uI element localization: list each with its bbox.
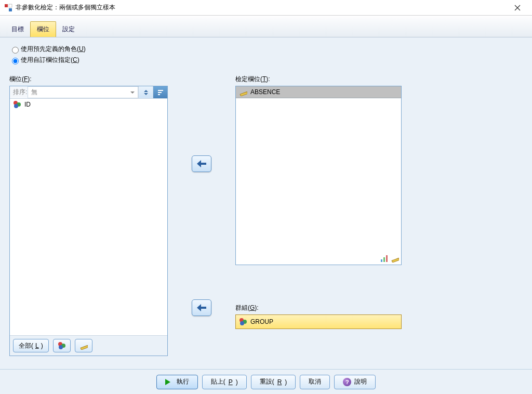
radio-custom-input[interactable] [12,58,19,64]
radio-predefined-input[interactable] [12,47,19,54]
scale-icon [391,254,399,262]
dialog-body: 使用預先定義的角色(U) 使用自訂欄位指定(C) 欄位(F): 排序: 無 [0,37,532,369]
group-field-box[interactable]: GROUP [235,314,402,329]
sort-order-button[interactable] [138,86,153,98]
list-item[interactable]: ID [10,99,167,110]
ruler-icon [79,342,88,350]
radio-predefined-roles[interactable]: 使用預先定義的角色(U) [9,45,523,54]
svg-point-24 [240,321,244,325]
svg-rect-7 [158,94,160,95]
scale-icon [239,88,247,96]
test-field-item[interactable]: ABSENCE [236,86,401,98]
svg-rect-1 [9,8,12,11]
arrow-left-icon [197,304,206,311]
sort-up-icon [144,88,148,92]
list-item-label: ID [24,101,31,108]
tab-strip: 目標 欄位 設定 [0,16,532,37]
help-icon: ? [343,378,351,386]
test-fields-listbox[interactable]: ABSENCE [235,86,402,265]
nominal-icon [58,342,66,350]
reset-button[interactable]: 重設(R) [251,375,296,389]
move-to-group-button[interactable] [192,299,211,316]
svg-rect-19 [383,257,385,262]
run-button[interactable]: 執行 [156,375,198,389]
cancel-button[interactable]: 取消 [300,375,330,389]
svg-point-10 [14,104,18,108]
sort-label: 排序: [10,86,28,98]
group-field-label: 群組(G): [235,304,523,312]
tab-goal[interactable]: 目標 [5,21,30,37]
tab-fields[interactable]: 欄位 [30,21,56,37]
ordinal-icon [380,254,389,262]
fields-label: 欄位(F): [9,75,168,84]
app-icon [4,4,12,12]
arrow-left-icon [197,160,206,167]
play-icon [165,379,174,385]
radio-custom-fields[interactable]: 使用自訂欄位指定(C) [9,56,523,64]
paste-button[interactable]: 貼上(P) [202,375,247,389]
svg-marker-16 [197,304,206,311]
svg-marker-15 [197,160,206,167]
svg-point-13 [59,345,63,349]
sort-select[interactable]: 無 [28,86,138,98]
filter-icon [156,88,165,97]
test-fields-label: 檢定欄位(T): [235,75,523,84]
svg-rect-21 [392,258,399,262]
nominal-filter-button[interactable] [53,339,71,352]
svg-rect-5 [158,90,163,91]
svg-rect-20 [386,255,388,262]
sort-row: 排序: 無 [10,86,167,99]
dialog-button-bar: 執行 貼上(P) 重設(R) 取消 ? 說明 [0,369,532,394]
tab-settings[interactable]: 設定 [56,21,81,37]
sort-filter-button[interactable] [153,86,167,98]
titlebar: 非參數化檢定：兩個或多個獨立樣本 [0,0,532,16]
allowed-types-hint [380,254,399,262]
svg-rect-14 [81,345,88,350]
svg-rect-0 [5,4,8,7]
svg-rect-2 [9,4,12,7]
group-field-value: GROUP [250,318,273,325]
test-field-label: ABSENCE [250,88,280,96]
close-button[interactable] [507,0,528,15]
move-to-test-button[interactable] [192,155,211,172]
nominal-icon [239,318,247,326]
fields-list[interactable]: ID [10,99,167,335]
svg-rect-17 [240,91,247,96]
select-all-button[interactable]: 全部(L) [13,339,49,352]
help-button[interactable]: ? 說明 [334,375,376,389]
fields-listbox: 排序: 無 [9,86,168,356]
scale-filter-button[interactable] [75,339,92,352]
close-icon [514,5,521,11]
fields-toolbar: 全部(L) [10,335,167,356]
nominal-icon [13,100,21,109]
svg-rect-18 [381,259,382,262]
svg-rect-6 [158,92,162,93]
sort-down-icon [144,93,148,97]
window-title: 非參數化檢定：兩個或多個獨立樣本 [16,3,115,12]
